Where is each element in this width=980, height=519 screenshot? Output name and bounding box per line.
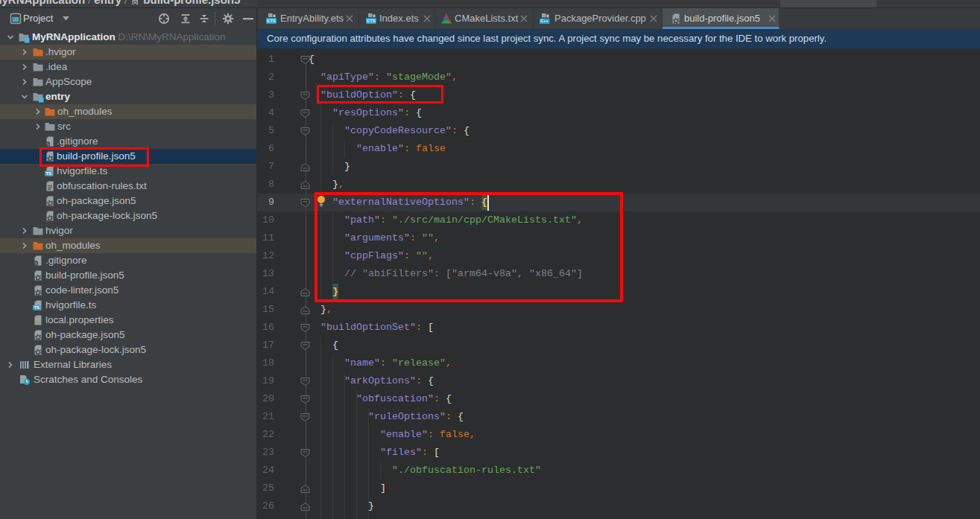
svg-text:TS: TS	[45, 171, 51, 176]
svg-text:ETS: ETS	[367, 19, 376, 23]
svg-text:ETS: ETS	[267, 19, 276, 23]
svg-text:C++: C++	[540, 19, 549, 23]
svg-text:TS: TS	[34, 305, 39, 310]
